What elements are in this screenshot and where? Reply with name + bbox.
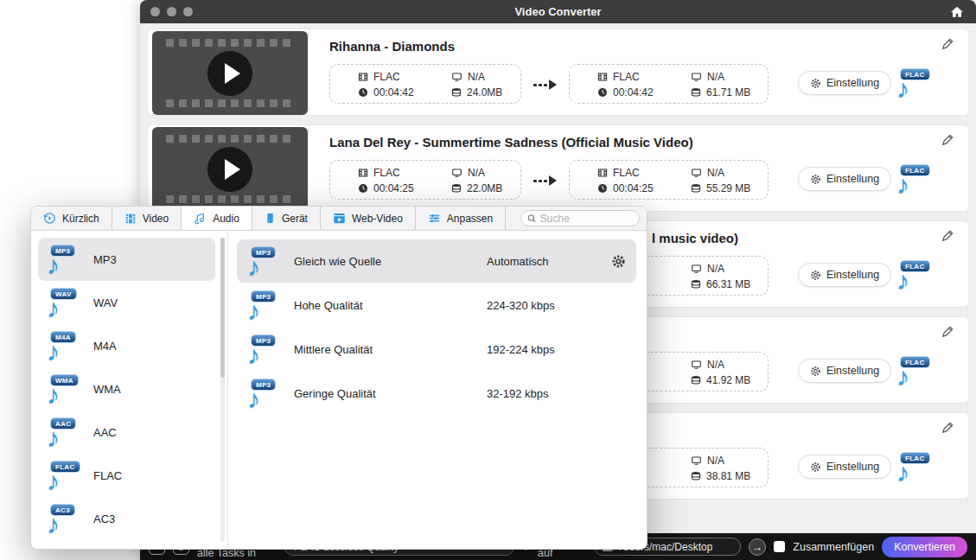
target-info-box: FLAC N/A 00:04:25 55.29 MB [569, 160, 769, 200]
output-format-icon: ♪ FLAC [896, 67, 928, 99]
film-icon [597, 168, 608, 178]
popup-body: ♪MP3 MP3 ♪WAV WAV ♪M4A M4A ♪WMA WMA ♪AAC… [31, 231, 647, 549]
format-item-wav[interactable]: ♪WAV WAV [38, 281, 215, 324]
target-format: FLAC [597, 166, 682, 180]
filmstrip-decoration [166, 195, 294, 203]
gear-icon [810, 270, 821, 281]
filmstrip-decoration [166, 99, 294, 107]
music-note-icon [194, 212, 207, 225]
tab-kuerzlich[interactable]: Kürzlich [31, 207, 112, 230]
edit-icon[interactable] [941, 229, 954, 246]
quality-list: ♪MP3 Gleich wie Quelle Automatisch ♪MP3 … [228, 231, 647, 549]
film-icon [358, 168, 368, 178]
target-size: 61.71 MB [691, 86, 786, 99]
film-icon [358, 72, 368, 82]
home-icon[interactable] [948, 3, 966, 21]
play-icon[interactable] [207, 51, 252, 96]
display-icon [691, 72, 702, 82]
source-info-box: FLAC N/A 00:04:42 24.0MB [329, 64, 521, 104]
size-icon [691, 375, 701, 385]
edit-icon[interactable] [941, 421, 954, 438]
task-row: Rihanna - Diamonds FLAC N/A 00:04:42 24.… [147, 29, 969, 116]
display-icon [691, 455, 702, 466]
merge-checkbox[interactable] [774, 541, 785, 552]
target-display: N/A [691, 166, 786, 180]
edit-icon[interactable] [941, 325, 954, 342]
target-size: 55.29 MB [691, 181, 786, 195]
display-icon [451, 72, 462, 82]
source-display: N/A [451, 166, 546, 180]
search-icon [527, 213, 537, 224]
target-duration: 00:04:25 [597, 181, 682, 195]
tab-web-video[interactable]: Web-Video [321, 207, 416, 230]
edit-icon[interactable] [941, 37, 954, 54]
merge-label: Zusammenfügen [793, 541, 874, 553]
size-icon [451, 183, 462, 194]
format-item-partial[interactable]: ♪ [38, 540, 215, 549]
target-display: N/A [691, 262, 786, 276]
settings-button[interactable]: Einstellung [798, 167, 891, 191]
quality-item-medium[interactable]: ♪MP3 Mittlere Qualität 192-224 kbps [237, 328, 636, 371]
source-display: N/A [451, 70, 546, 84]
target-display: N/A [691, 70, 786, 84]
task-title: Lana Del Rey - Summertime Sadness (Offic… [329, 135, 693, 150]
clock-icon [597, 183, 608, 194]
search-input[interactable] [540, 213, 633, 225]
tab-audio[interactable]: Audio [182, 207, 252, 230]
output-format-icon: ♪ FLAC [896, 451, 928, 482]
quality-item-same-as-source[interactable]: ♪MP3 Gleich wie Quelle Automatisch [237, 239, 636, 283]
size-icon [451, 87, 462, 98]
settings-button[interactable]: Einstellung [798, 263, 891, 287]
source-size: 22.0MB [451, 181, 546, 195]
format-list: ♪MP3 MP3 ♪WAV WAV ♪M4A M4A ♪WMA WMA ♪AAC… [31, 231, 228, 549]
output-format-popup: Kürzlich Video Audio Gerät Web-Video Anp… [30, 206, 647, 550]
quality-item-low[interactable]: ♪MP3 Geringe Qualität 32-192 kbps [237, 372, 636, 415]
target-duration: 00:04:42 [597, 86, 682, 99]
tab-video[interactable]: Video [112, 207, 182, 230]
task-row: Lana Del Rey - Summertime Sadness (Offic… [147, 124, 969, 212]
format-item-m4a[interactable]: ♪M4A M4A [38, 324, 215, 367]
format-search-box[interactable] [520, 210, 640, 226]
scrollbar-thumb[interactable] [220, 238, 225, 378]
output-format-icon: ♪ FLAC [896, 355, 928, 386]
video-thumbnail[interactable] [152, 127, 308, 211]
format-item-wma[interactable]: ♪WMA WMA [38, 367, 215, 410]
tab-geraet[interactable]: Gerät [252, 207, 321, 230]
video-thumbnail[interactable] [152, 31, 308, 115]
format-item-ac3[interactable]: ♪AC3 AC3 [38, 497, 215, 540]
edit-icon[interactable] [941, 133, 954, 150]
play-icon[interactable] [207, 147, 252, 192]
source-duration: 00:04:42 [358, 86, 443, 99]
tab-anpassen[interactable]: Anpassen [416, 207, 506, 230]
display-icon [691, 168, 702, 178]
gear-icon [810, 366, 821, 377]
source-size: 24.0MB [451, 86, 546, 99]
gear-icon [810, 461, 821, 473]
filmstrip-decoration [166, 135, 294, 143]
size-icon [691, 471, 701, 481]
task-title: Rihanna - Diamonds [329, 39, 455, 54]
gear-icon [810, 174, 821, 185]
quality-item-high[interactable]: ♪MP3 Hohe Qualität 224-320 kbps [237, 283, 636, 327]
settings-button[interactable]: Einstellung [798, 455, 891, 479]
conversion-arrow-icon [533, 80, 557, 90]
settings-button[interactable]: Einstellung [798, 71, 891, 95]
conversion-arrow-icon [533, 175, 557, 186]
clock-icon [358, 183, 368, 194]
format-item-mp3[interactable]: ♪MP3 MP3 [38, 238, 215, 281]
screen: Video Converter Rihanna - Diamonds FLAC [0, 0, 976, 560]
quality-settings-gear-icon[interactable] [611, 254, 626, 269]
display-icon [691, 360, 702, 370]
film-icon [597, 72, 608, 82]
target-size: 38.81 MB [691, 469, 786, 483]
settings-button[interactable]: Einstellung [798, 359, 891, 383]
format-list-scrollbar [220, 238, 225, 542]
open-folder-arrow-icon[interactable]: → [749, 538, 766, 556]
format-item-flac[interactable]: ♪FLAC FLAC [38, 454, 215, 497]
source-format: FLAC [358, 70, 443, 84]
clock-icon [597, 87, 608, 98]
convert-button[interactable]: Konvertieren [882, 537, 967, 557]
target-size: 66.31 MB [691, 277, 786, 291]
format-item-aac[interactable]: ♪AAC AAC [38, 410, 215, 454]
format-category-tabs: Kürzlich Video Audio Gerät Web-Video Anp… [31, 207, 647, 231]
